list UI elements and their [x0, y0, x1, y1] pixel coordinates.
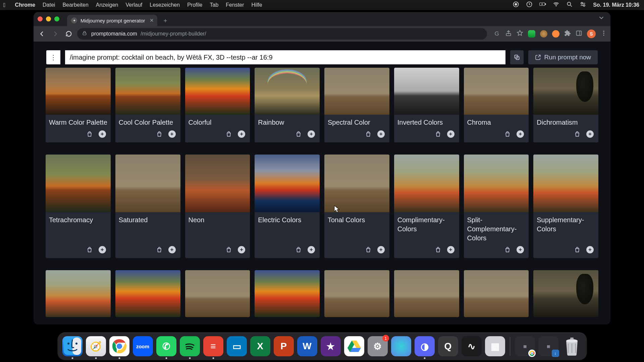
- tile-thumbnail[interactable]: [115, 68, 180, 115]
- chrome-menu-icon[interactable]: [600, 30, 607, 38]
- style-tile[interactable]: [464, 270, 529, 317]
- tile-add-button[interactable]: +: [168, 246, 176, 253]
- tile-weight-icon[interactable]: [504, 130, 511, 138]
- tile-add-button[interactable]: +: [377, 130, 385, 138]
- tile-thumbnail[interactable]: [464, 270, 529, 317]
- tile-thumbnail[interactable]: [324, 270, 389, 317]
- copy-prompt-button[interactable]: [510, 50, 524, 64]
- dock-app-voice[interactable]: ∿: [462, 336, 482, 356]
- tile-thumbnail[interactable]: [533, 155, 598, 212]
- tile-add-button[interactable]: +: [377, 246, 385, 253]
- style-tile[interactable]: Inverted Colors+: [394, 68, 459, 142]
- window-close-button[interactable]: [38, 16, 43, 21]
- window-minimize-button[interactable]: [46, 16, 51, 21]
- menu-lesezeichen[interactable]: Lesezeichen: [150, 2, 180, 8]
- tile-add-button[interactable]: +: [308, 130, 315, 138]
- menu-tab[interactable]: Tab: [210, 2, 219, 8]
- dock-app-safari[interactable]: 🧭: [86, 336, 106, 356]
- tile-add-button[interactable]: +: [168, 130, 176, 138]
- tile-add-button[interactable]: +: [238, 246, 245, 253]
- chrome-forward-button[interactable]: [50, 29, 60, 39]
- tile-thumbnail[interactable]: [324, 68, 389, 115]
- dock-app-finder[interactable]: [62, 336, 83, 356]
- tile-weight-icon[interactable]: [86, 246, 93, 253]
- tile-add-button[interactable]: +: [308, 246, 315, 253]
- run-prompt-button[interactable]: Run prompt now: [528, 50, 598, 64]
- menubar-clock[interactable]: So. 19. März 10:36: [593, 2, 639, 8]
- style-tile[interactable]: Supplementary-Colors+: [533, 155, 598, 258]
- dock-app-drive[interactable]: [344, 336, 364, 356]
- dock-downloads[interactable]: ▦ ↓: [538, 336, 558, 356]
- dock-app-quicktime[interactable]: Q: [438, 336, 458, 356]
- tile-thumbnail[interactable]: [115, 270, 180, 317]
- tile-add-button[interactable]: +: [586, 130, 594, 138]
- tile-thumbnail[interactable]: [185, 270, 250, 317]
- tile-thumbnail[interactable]: [46, 270, 111, 317]
- style-tile[interactable]: Split-Complementary-Colors+: [464, 155, 529, 258]
- tile-thumbnail[interactable]: [255, 68, 320, 115]
- menubar-record-icon[interactable]: [513, 1, 519, 9]
- tile-thumbnail[interactable]: [185, 155, 250, 212]
- dock-app-mission[interactable]: ▦: [485, 336, 505, 356]
- tile-weight-icon[interactable]: [574, 130, 581, 138]
- chrome-translate-icon[interactable]: G: [493, 30, 500, 38]
- dock-app-zoom[interactable]: zoom: [133, 336, 153, 356]
- tile-weight-icon[interactable]: [225, 246, 232, 253]
- tile-thumbnail[interactable]: [255, 270, 320, 317]
- tile-weight-icon[interactable]: [574, 246, 581, 253]
- menu-verlauf[interactable]: Verlauf: [126, 2, 143, 8]
- dock-app-siri[interactable]: [391, 336, 411, 356]
- dock-app-whatsapp[interactable]: ✆: [156, 336, 176, 356]
- tab-overflow-icon[interactable]: [598, 14, 605, 23]
- apple-menu-icon[interactable]: : [3, 2, 6, 8]
- dock-app-trello[interactable]: ▭: [227, 336, 247, 356]
- style-tile[interactable]: Colorful+: [185, 68, 250, 142]
- menubar-battery-icon[interactable]: [539, 1, 546, 9]
- menu-profile[interactable]: Profile: [187, 2, 202, 8]
- style-tile[interactable]: [115, 270, 180, 317]
- tile-thumbnail[interactable]: [185, 68, 250, 115]
- tile-weight-icon[interactable]: [365, 246, 372, 253]
- tile-add-button[interactable]: +: [586, 246, 594, 253]
- tile-weight-icon[interactable]: [156, 246, 163, 253]
- dock-app-chrome[interactable]: [109, 336, 129, 356]
- tile-weight-icon[interactable]: [434, 246, 442, 253]
- dock-app-spotify[interactable]: [180, 336, 200, 356]
- chrome-urlbar[interactable]: promptomania.com/midjourney-prompt-build…: [77, 28, 487, 40]
- menu-hilfe[interactable]: Hilfe: [252, 2, 262, 8]
- dock-app-discord[interactable]: ◑: [415, 336, 435, 356]
- tile-weight-icon[interactable]: [156, 130, 163, 138]
- tile-weight-icon[interactable]: [365, 130, 372, 138]
- style-tile[interactable]: Saturated+: [115, 155, 180, 258]
- tile-thumbnail[interactable]: [533, 68, 598, 115]
- dock-minimized-window[interactable]: ▦: [515, 336, 535, 356]
- tile-weight-icon[interactable]: [225, 130, 232, 138]
- tile-add-button[interactable]: +: [238, 130, 245, 138]
- tile-thumbnail[interactable]: [115, 155, 180, 212]
- menubar-wifi-icon[interactable]: [553, 1, 559, 9]
- tile-thumbnail[interactable]: [255, 155, 320, 212]
- tile-add-button[interactable]: +: [447, 246, 454, 253]
- style-tile[interactable]: Complimentary-Colors+: [394, 155, 459, 258]
- dock-app-powerpoint[interactable]: P: [274, 336, 294, 356]
- tile-weight-icon[interactable]: [504, 246, 511, 253]
- style-tile[interactable]: Electric Colors+: [255, 155, 320, 258]
- dock-app-imovie[interactable]: ★: [321, 336, 341, 356]
- chrome-sidepanel-icon[interactable]: [576, 30, 582, 38]
- style-tile[interactable]: Warm Color Palette+: [46, 68, 111, 142]
- menu-bearbeiten[interactable]: Bearbeiten: [62, 2, 88, 8]
- dock-app-word[interactable]: W: [297, 336, 317, 356]
- style-tile[interactable]: Rainbow+: [255, 68, 320, 142]
- chrome-extensions-icon[interactable]: [564, 30, 571, 38]
- chrome-bookmark-icon[interactable]: [517, 30, 523, 38]
- tile-weight-icon[interactable]: [434, 130, 442, 138]
- chrome-reload-button[interactable]: [64, 29, 74, 39]
- lock-icon[interactable]: [82, 31, 87, 37]
- tile-thumbnail[interactable]: [394, 68, 459, 115]
- style-tile[interactable]: [255, 270, 320, 317]
- new-tab-button[interactable]: ＋: [161, 16, 170, 25]
- style-tile[interactable]: Chroma+: [464, 68, 529, 142]
- prompt-menu-button[interactable]: ⋮: [46, 50, 60, 64]
- tile-thumbnail[interactable]: [464, 68, 529, 115]
- style-tile[interactable]: Dichromatism+: [533, 68, 598, 142]
